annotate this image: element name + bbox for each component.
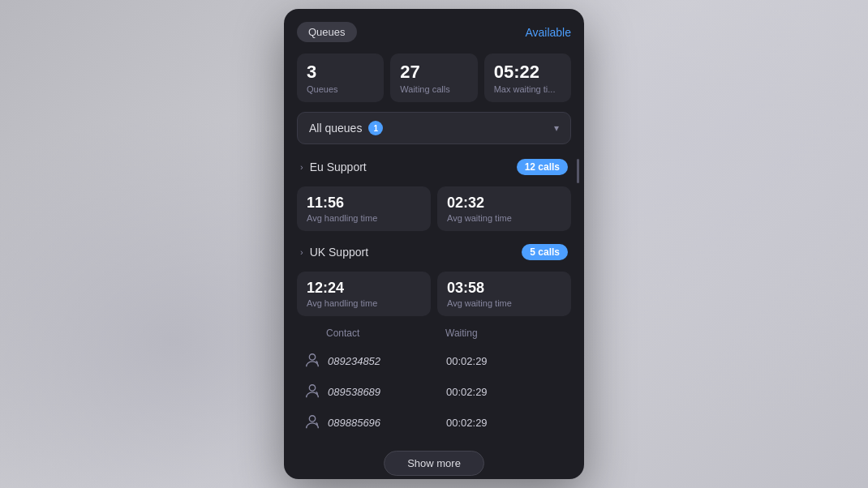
scroll-area: › Eu Support 12 calls 11:56 Avg handling… [297,154,571,477]
show-more-button[interactable]: Show more [384,451,484,476]
uk-avg-waiting: 03:58 Avg waiting time [437,272,571,316]
panel: Queues Available 3 Queues 27 Waiting cal… [284,9,584,479]
contact-number: 089538689 [328,386,446,398]
stat-queues-label: Queues [307,84,374,94]
chevron-down-icon: ▾ [554,122,559,134]
svg-point-0 [309,354,315,360]
expand-icon[interactable]: › [300,247,303,257]
stat-max-label: Max waiting ti... [494,84,561,94]
uk-calls-badge: 5 calls [522,244,568,260]
available-status: Available [525,26,571,39]
dropdown-badge: 1 [368,121,383,135]
uk-metrics: 12:24 Avg handling time 03:58 Avg waitin… [297,272,571,316]
scroll-indicator [577,159,579,183]
contact-number: 089234852 [328,355,446,367]
contact-row: 089538689 00:02:29 [297,376,571,407]
waiting-duration: 00:02:29 [446,386,565,398]
uk-handling-label: Avg handling time [307,298,421,308]
queue-uk-name: UK Support [310,246,368,259]
queue-uk-support: › UK Support 5 calls 12:24 Avg handling … [297,239,571,438]
all-queues-dropdown[interactable]: All queues 1 ▾ [297,112,571,144]
uk-handling-time: 12:24 [307,280,421,297]
waiting-duration: 00:02:29 [446,417,565,429]
contact-row: 089234852 00:02:29 [297,345,571,376]
dropdown-label: All queues [309,122,362,135]
contact-row: 089885696 00:02:29 [297,407,571,438]
eu-metrics: 11:56 Avg handling time 02:32 Avg waitin… [297,186,571,231]
person-icon [303,413,321,431]
table-header: Contact Waiting [297,324,571,342]
svg-point-2 [309,416,315,422]
eu-waiting-label: Avg waiting time [447,213,561,223]
eu-avg-handling: 11:56 Avg handling time [297,186,431,231]
svg-point-1 [309,385,315,391]
uk-waiting-time: 03:58 [447,280,561,297]
queue-eu-name: Eu Support [310,161,367,173]
person-icon [303,383,321,400]
contact-table: Contact Waiting 089234852 00:02:29 [297,324,571,438]
queue-eu-support: › Eu Support 12 calls 11:56 Avg handling… [297,154,571,231]
waiting-duration: 00:02:29 [446,355,565,367]
queue-uk-header: › UK Support 5 calls [297,239,571,265]
uk-waiting-label: Avg waiting time [447,298,561,308]
eu-calls-badge: 12 calls [517,159,568,175]
stat-queues: 3 Queues [297,54,384,102]
eu-handling-label: Avg handling time [307,213,421,223]
eu-handling-time: 11:56 [307,195,421,212]
person-icon [303,352,321,370]
queue-eu-header: › Eu Support 12 calls [297,154,571,180]
panel-header: Queues Available [297,22,571,42]
queues-badge: Queues [297,22,357,42]
show-more-wrapper: Show more [297,446,571,477]
stat-waiting-calls: 27 Waiting calls [390,54,477,102]
uk-avg-handling: 12:24 Avg handling time [297,272,431,316]
stats-row: 3 Queues 27 Waiting calls 05:22 Max wait… [297,54,571,102]
stat-waiting-label: Waiting calls [400,84,467,94]
stat-queues-number: 3 [307,62,374,83]
col-waiting: Waiting [445,327,565,339]
stat-waiting-number: 27 [400,62,467,83]
eu-waiting-time: 02:32 [447,195,561,212]
col-contact: Contact [303,327,445,339]
stat-max-waiting: 05:22 Max waiting ti... [484,54,571,102]
eu-avg-waiting: 02:32 Avg waiting time [437,186,571,231]
stat-max-number: 05:22 [494,62,561,83]
contact-number: 089885696 [328,417,446,429]
expand-icon[interactable]: › [300,162,303,172]
